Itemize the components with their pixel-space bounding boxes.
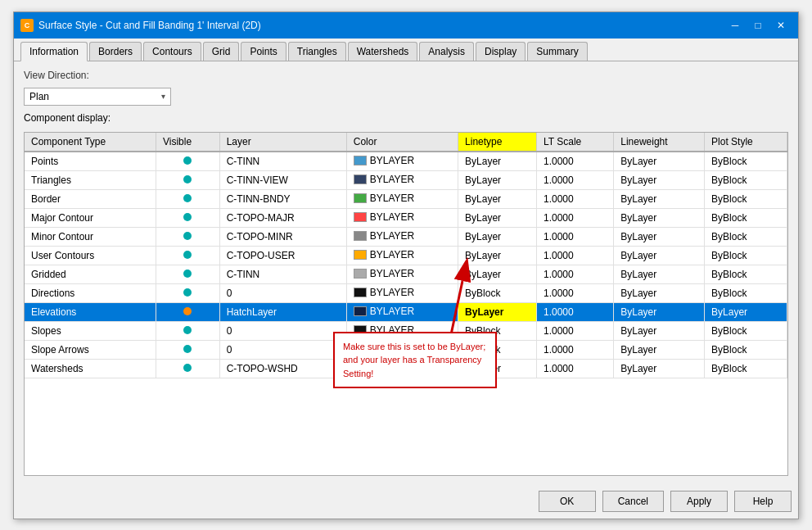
cell-lt-scale: 1.0000 — [536, 340, 613, 359]
cell-plot-style[interactable]: ByBlock — [705, 340, 787, 359]
cell-visible[interactable] — [156, 246, 219, 265]
tab-analysis[interactable]: Analysis — [419, 42, 474, 61]
cell-linetype[interactable]: ByBlock — [458, 340, 537, 359]
cell-lt-scale: 1.0000 — [536, 227, 613, 246]
cell-layer: C-TOPO-MINR — [219, 227, 346, 246]
table-row[interactable]: User ContoursC-TOPO-USERBYLAYERByLayer1.… — [25, 246, 787, 265]
tab-summary[interactable]: Summary — [527, 42, 587, 61]
cell-linetype[interactable]: ByLayer — [458, 246, 537, 265]
col-color: Color — [346, 133, 458, 152]
cell-plot-style[interactable]: ByBlock — [705, 246, 787, 265]
cell-linetype[interactable]: ByBlock — [458, 321, 537, 340]
cell-lineweight[interactable]: ByLayer — [614, 189, 705, 208]
maximize-button[interactable]: □ — [747, 17, 769, 34]
cell-linetype[interactable]: ByLayer — [458, 170, 537, 189]
tab-grid[interactable]: Grid — [203, 42, 240, 61]
table-row[interactable]: Slopes0BYLAYERByBlock1.0000ByLayerByBloc… — [25, 321, 787, 340]
cell-color[interactable]: BYLAYER — [346, 340, 458, 359]
cell-linetype[interactable]: ByLayer — [458, 265, 537, 283]
cell-color[interactable]: BYLAYER — [346, 189, 458, 208]
cell-lineweight[interactable]: ByLayer — [614, 170, 705, 189]
minimize-button[interactable]: ─ — [724, 17, 746, 34]
tab-display[interactable]: Display — [476, 42, 526, 61]
cell-linetype[interactable]: ByBlock — [458, 283, 537, 302]
close-button[interactable]: ✕ — [770, 17, 792, 34]
cell-visible[interactable] — [156, 359, 219, 378]
cell-lineweight[interactable]: ByLayer — [614, 340, 705, 359]
cell-color[interactable]: BYLAYER — [346, 227, 458, 246]
cell-lineweight[interactable]: ByLayer — [614, 359, 705, 378]
cell-plot-style[interactable]: ByBlock — [705, 265, 787, 283]
cell-color[interactable]: BYLAYER — [346, 152, 458, 171]
cell-lineweight[interactable]: ByLayer — [614, 283, 705, 302]
cell-color[interactable]: BYLAYER — [346, 321, 458, 340]
table-row[interactable]: BorderC-TINN-BNDYBYLAYERByLayer1.0000ByL… — [25, 189, 787, 208]
cell-plot-style[interactable]: ByBlock — [705, 189, 787, 208]
apply-button[interactable]: Apply — [670, 491, 728, 512]
table-row[interactable]: Slope Arrows0BYLAYERByBlock1.0000ByLayer… — [25, 340, 787, 359]
cancel-button[interactable]: Cancel — [602, 491, 664, 512]
cell-linetype[interactable]: ByLayer — [458, 208, 537, 227]
tab-watersheds[interactable]: Watersheds — [348, 42, 418, 61]
cell-color[interactable]: BYLAYER — [346, 265, 458, 283]
cell-visible[interactable] — [156, 227, 219, 246]
cell-plot-style[interactable]: ByBlock — [705, 359, 787, 378]
cell-lineweight[interactable]: ByLayer — [614, 302, 705, 321]
cell-plot-style[interactable]: ByBlock — [705, 152, 787, 171]
cell-lineweight[interactable]: ByLayer — [614, 208, 705, 227]
cell-linetype[interactable]: ByLayer — [458, 227, 537, 246]
cell-visible[interactable] — [156, 208, 219, 227]
cell-plot-style[interactable]: ByBlock — [705, 208, 787, 227]
tab-points[interactable]: Points — [241, 42, 286, 61]
cell-visible[interactable] — [156, 302, 219, 321]
table-row[interactable]: Directions0BYLAYERByBlock1.0000ByLayerBy… — [25, 283, 787, 302]
cell-linetype[interactable]: ByLayer — [458, 152, 537, 171]
table-row[interactable]: PointsC-TINNBYLAYERByLayer1.0000ByLayerB… — [25, 152, 787, 171]
cell-plot-style[interactable]: ByBlock — [705, 170, 787, 189]
table-row[interactable]: GriddedC-TINNBYLAYERByLayer1.0000ByLayer… — [25, 265, 787, 283]
cell-visible[interactable] — [156, 170, 219, 189]
cell-visible[interactable] — [156, 340, 219, 359]
cell-layer: C-TINN-BNDY — [219, 189, 346, 208]
ok-button[interactable]: OK — [539, 491, 596, 512]
cell-color[interactable]: BYLAYER — [346, 246, 458, 265]
cell-linetype[interactable]: ByLayer — [458, 302, 537, 321]
cell-component-type: User Contours — [25, 246, 156, 265]
table-row[interactable]: TrianglesC-TINN-VIEWBYLAYERByLayer1.0000… — [25, 170, 787, 189]
cell-lt-scale: 1.0000 — [536, 359, 613, 378]
table-row[interactable]: ElevationsHatchLayerBYLAYERByLayer1.0000… — [25, 302, 787, 321]
cell-color[interactable]: BYLAYER — [346, 283, 458, 302]
cell-color[interactable]: BYLAYER — [346, 208, 458, 227]
cell-lineweight[interactable]: ByLayer — [614, 246, 705, 265]
cell-plot-style[interactable]: ByBlock — [705, 321, 787, 340]
help-button[interactable]: Help — [734, 491, 792, 512]
cell-component-type: Gridded — [25, 265, 156, 283]
cell-lineweight[interactable]: ByLayer — [614, 152, 705, 171]
cell-visible[interactable] — [156, 152, 219, 171]
col-plot-style: Plot Style — [705, 133, 787, 152]
tab-information[interactable]: Information — [20, 42, 88, 61]
cell-color[interactable]: BYLAYER — [346, 302, 458, 321]
tab-triangles[interactable]: Triangles — [288, 42, 346, 61]
tab-borders[interactable]: Borders — [89, 42, 142, 61]
table-row[interactable]: Major ContourC-TOPO-MAJRBYLAYERByLayer1.… — [25, 208, 787, 227]
cell-plot-style[interactable]: ByLayer — [705, 302, 787, 321]
cell-visible[interactable] — [156, 189, 219, 208]
cell-plot-style[interactable]: ByBlock — [705, 283, 787, 302]
cell-linetype[interactable]: ByLayer — [458, 359, 537, 378]
cell-visible[interactable] — [156, 321, 219, 340]
table-row[interactable]: WatershedsC-TOPO-WSHDBYLAYERByLayer1.000… — [25, 359, 787, 378]
cell-lt-scale: 1.0000 — [536, 246, 613, 265]
cell-lineweight[interactable]: ByLayer — [614, 265, 705, 283]
cell-visible[interactable] — [156, 265, 219, 283]
view-direction-select[interactable]: Plan ▾ — [24, 88, 171, 106]
table-row[interactable]: Minor ContourC-TOPO-MINRBYLAYERByLayer1.… — [25, 227, 787, 246]
cell-color[interactable]: BYLAYER — [346, 359, 458, 378]
cell-lineweight[interactable]: ByLayer — [614, 227, 705, 246]
cell-plot-style[interactable]: ByBlock — [705, 227, 787, 246]
cell-lineweight[interactable]: ByLayer — [614, 321, 705, 340]
cell-visible[interactable] — [156, 283, 219, 302]
cell-color[interactable]: BYLAYER — [346, 170, 458, 189]
cell-linetype[interactable]: ByLayer — [458, 189, 537, 208]
tab-contours[interactable]: Contours — [143, 42, 201, 61]
